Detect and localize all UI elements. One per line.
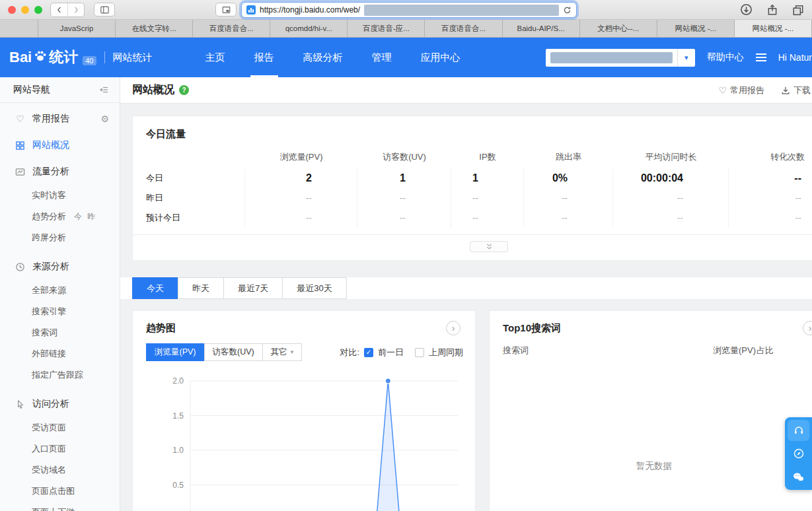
- navigate-button[interactable]: [788, 443, 809, 464]
- browser-tab[interactable]: 百度语音合...: [425, 20, 502, 37]
- metric-value: --: [524, 188, 613, 208]
- metric-value: --: [451, 188, 524, 208]
- browser-tab-label: 百度语音合...: [209, 24, 254, 34]
- forward-button[interactable]: [67, 3, 84, 17]
- nav-home[interactable]: 主页: [191, 38, 240, 77]
- browser-tab[interactable]: 百度语音合...: [193, 20, 270, 37]
- zoom-window-button[interactable]: [34, 6, 42, 14]
- compare-label: 对比:: [340, 347, 359, 358]
- sidebar-item-visited-domains[interactable]: 受访域名: [0, 460, 120, 481]
- window-controls: [8, 6, 42, 14]
- sidebar-toggle-button[interactable]: [94, 3, 115, 17]
- sidebar-item-site-overview[interactable]: 网站概况: [0, 132, 120, 158]
- compare-option-last-week[interactable]: 上周同期: [429, 347, 463, 358]
- baidu-paw-icon: [34, 50, 47, 61]
- row-label: 昨日: [133, 188, 245, 208]
- metric-tab-uv[interactable]: 访客数(UV): [204, 343, 263, 361]
- column-header: 占比: [757, 345, 774, 357]
- downloads-button[interactable]: [740, 3, 753, 18]
- reload-button[interactable]: [563, 6, 572, 15]
- metric-value: 1: [357, 168, 451, 188]
- sidebar-nav-title: 网站导航: [13, 84, 50, 96]
- table-row: 今日 2 1 1 0% 00:00:04 --: [133, 168, 812, 188]
- tab-overview-icon: [221, 5, 231, 15]
- metric-tab-other[interactable]: 其它 ▾: [262, 343, 303, 361]
- browser-tab-active[interactable]: 网站概况 -...: [735, 20, 812, 37]
- minimize-window-button[interactable]: [21, 6, 29, 14]
- version-badge: 40: [83, 56, 96, 65]
- share-button[interactable]: [766, 4, 778, 18]
- nav-advanced-analysis[interactable]: 高级分析: [289, 38, 357, 77]
- browser-tab[interactable]: 在线文字转...: [116, 20, 193, 37]
- show-all-tabs-button[interactable]: [792, 4, 804, 18]
- address-bar[interactable]: https://tongji.baidu.com/web/: [241, 2, 577, 18]
- help-badge[interactable]: ?: [179, 85, 189, 95]
- browser-tab[interactable]: Baidu-AIP/S...: [503, 20, 580, 37]
- sidebar-item-favorite-reports[interactable]: ♡ 常用报告 ⚙: [0, 106, 120, 132]
- svg-text:1.5: 1.5: [172, 411, 184, 421]
- sidebar-item-ad-tracking[interactable]: 指定广告跟踪: [0, 364, 120, 386]
- menu-grid-icon[interactable]: [756, 53, 766, 61]
- browser-tab-label: JavaScrip: [60, 24, 94, 32]
- trend-more-button[interactable]: ›: [446, 321, 461, 335]
- sidebar-item-search-engines[interactable]: 搜索引擎: [0, 301, 120, 322]
- metric-tab-pv[interactable]: 浏览量(PV): [146, 343, 205, 361]
- wechat-button[interactable]: [788, 466, 809, 487]
- date-tab-last30days[interactable]: 最近30天: [282, 277, 346, 299]
- sidebar-item-page-flow[interactable]: 页面上下游: [0, 502, 120, 511]
- trend-yesterday-shortcut[interactable]: 昨: [87, 211, 95, 222]
- service-button[interactable]: [788, 420, 809, 441]
- logo-cn-text: 统计: [49, 48, 78, 67]
- traffic-table-header: 浏览量(PV) 访客数(UV) IP数 跳出率 平均访问时长 转化次数: [133, 151, 812, 163]
- user-greeting[interactable]: Hi Natur: [778, 52, 812, 63]
- compare-option-prev-day[interactable]: 前一日: [378, 347, 404, 358]
- browser-tab[interactable]: qcomdd/hi-v...: [270, 20, 348, 37]
- sidebar-item-trend-analysis[interactable]: 趋势分析 今 昨: [0, 206, 120, 227]
- browser-tab[interactable]: [0, 20, 38, 37]
- browser-tab[interactable]: JavaScrip: [38, 20, 116, 37]
- sidebar-item-all-sources[interactable]: 全部来源: [0, 280, 120, 301]
- favorite-report-button[interactable]: ♡ 常用报告: [718, 77, 764, 104]
- site-dropdown-button[interactable]: ▾: [677, 49, 695, 67]
- sidebar-item-visited-pages[interactable]: 受访页面: [0, 417, 120, 438]
- sidebar-item-cross-screen[interactable]: 跨屏分析: [0, 227, 120, 248]
- compare-checkbox-last-week[interactable]: [415, 348, 424, 357]
- close-window-button[interactable]: [8, 6, 16, 14]
- nav-manage[interactable]: 管理: [357, 38, 406, 77]
- date-tab-today[interactable]: 今天: [132, 277, 178, 299]
- nav-report[interactable]: 报告: [240, 38, 289, 77]
- expand-traffic-button[interactable]: [470, 241, 508, 252]
- nav-app-center[interactable]: 应用中心: [406, 38, 475, 77]
- site-search-box[interactable]: ▾: [546, 49, 695, 67]
- column-header: 平均访问时长: [613, 151, 729, 163]
- baidu-tongji-logo[interactable]: Bai 统计 40: [9, 48, 96, 67]
- compare-checkbox-prev-day[interactable]: ✓: [364, 348, 373, 357]
- top-search-more-button[interactable]: ›: [803, 321, 812, 335]
- sidebar-item-entry-pages[interactable]: 入口页面: [0, 438, 120, 460]
- download-report-button[interactable]: 下载: [781, 77, 811, 104]
- chevron-down-icon: ▾: [291, 344, 294, 360]
- sidebar-item-search-terms[interactable]: 搜索词: [0, 322, 120, 343]
- back-button[interactable]: [51, 3, 67, 17]
- browser-tab[interactable]: 百度语音-应...: [348, 20, 425, 37]
- sidebar-item-traffic-analysis[interactable]: 流量分析: [0, 158, 120, 185]
- date-tab-yesterday[interactable]: 昨天: [178, 277, 224, 299]
- collapse-sidebar-button[interactable]: [98, 85, 109, 94]
- date-tab-last7days[interactable]: 最近7天: [223, 277, 283, 299]
- sidebar-item-visit-analysis[interactable]: 访问分析: [0, 391, 120, 417]
- top-search-title: Top10搜索词: [503, 322, 561, 333]
- browser-tab[interactable]: 文档中心--...: [580, 20, 657, 37]
- help-center-link[interactable]: 帮助中心: [707, 51, 744, 63]
- sidebar-item-realtime-visitors[interactable]: 实时访客: [0, 185, 120, 206]
- sidebar-item-source-analysis[interactable]: 来源分析: [0, 254, 120, 280]
- trend-today-shortcut[interactable]: 今: [74, 211, 82, 222]
- browser-tab-label: 百度语音合...: [441, 24, 486, 34]
- metric-value: 00:00:04: [613, 168, 729, 188]
- download-icon: [781, 86, 790, 95]
- tab-overview-button[interactable]: [215, 3, 237, 17]
- sidebar-item-page-click-map[interactable]: 页面点击图: [0, 481, 120, 502]
- sidebar-item-external-links[interactable]: 外部链接: [0, 343, 120, 364]
- gear-icon[interactable]: ⚙: [100, 114, 109, 124]
- main-nav: 主页 报告 高级分析 管理 应用中心: [191, 38, 475, 77]
- browser-tab[interactable]: 网站概况 -...: [657, 20, 735, 37]
